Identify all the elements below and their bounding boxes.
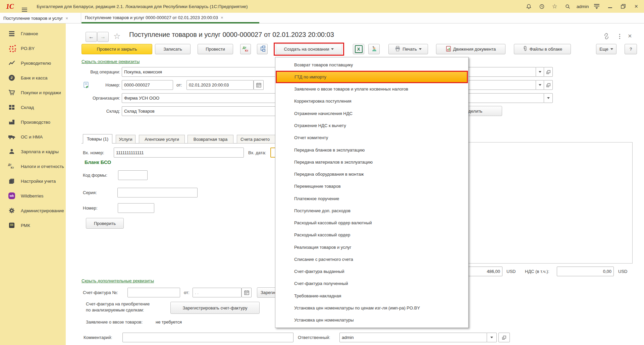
tab-close-icon[interactable]: × [65, 16, 68, 21]
tab-agency-services[interactable]: Агентские услуги [139, 135, 185, 143]
menu-item-payment-order[interactable]: Платежное поручение [275, 192, 468, 205]
menu-item-cash-order-currency[interactable]: Расходный кассовый ордер валютный [275, 217, 468, 229]
more-button[interactable]: Еще [596, 44, 616, 54]
hide-additional-requisites-link[interactable]: Скрыть дополнительные реквизиты [82, 278, 154, 283]
invoice-date-field[interactable]: . . [193, 288, 241, 297]
vat-amount-field[interactable]: 0,00 [557, 267, 614, 276]
sidebar-item-manager[interactable]: Руководителю [0, 56, 66, 70]
comment-field[interactable] [122, 333, 293, 342]
sidebar-item-production[interactable]: Производство [0, 115, 66, 129]
help-button[interactable]: ? [625, 44, 637, 54]
menu-item-materials-to-operation[interactable]: Передача материалов в эксплуатацию [275, 156, 468, 168]
menu-item-receipt-correction[interactable]: Корректировка поступления [275, 95, 468, 107]
tab-services[interactable]: Услуги [116, 135, 136, 143]
sidebar-item-rmk[interactable]: РМК [0, 218, 66, 233]
settlement-dropdown-button[interactable] [544, 93, 553, 103]
responsible-dropdown-button[interactable] [487, 333, 497, 342]
incoming-number-value: 1111111111111 [116, 150, 144, 155]
menu-item-forms-to-operation[interactable]: Передача бланков в эксплуатацию [275, 144, 468, 156]
menu-item-import-statement[interactable]: Заявление о ввозе товаров и уплате косве… [275, 83, 468, 95]
sidebar-item-main[interactable]: Главное [0, 26, 66, 41]
post-and-close-button[interactable]: Провести и закрыть [82, 44, 152, 54]
dt-kt-postings-button[interactable]: Дт Кт [240, 44, 251, 54]
doc-number-field[interactable]: 0000-000027 [122, 80, 173, 90]
nav-forward-button[interactable]: → [97, 32, 109, 42]
main-menu-icon[interactable] [22, 8, 27, 8]
menu-item-goods-transfer[interactable]: Перемещение товаров [275, 180, 468, 192]
user-name[interactable]: admin [577, 4, 589, 9]
notifications-bell-icon[interactable] [526, 4, 532, 9]
bso-form-code-field[interactable] [118, 170, 148, 180]
menu-item-invoice-issued[interactable]: Счет-фактура выданный [275, 266, 468, 278]
print-button[interactable]: Печать [388, 44, 428, 54]
sidebar-item-accounting-settings[interactable]: Настройки учета [0, 174, 66, 188]
menu-item-set-prices-poby[interactable]: Установка цен номенклатуры по ценам изг-… [275, 302, 468, 314]
window-tab-list[interactable]: Поступление товаров и услуг × [0, 13, 81, 23]
tab-close-icon[interactable]: × [221, 15, 223, 20]
sidebar-item-purchases-sales[interactable]: Покупки и продажи [0, 85, 66, 100]
tab-goods[interactable]: Товары (1) [83, 134, 112, 143]
invoice-number-field[interactable] [127, 288, 180, 297]
user-menu-icon[interactable] [594, 4, 599, 9]
sidebar-item-wildberries[interactable]: wb Wildberries [0, 188, 66, 203]
sidebar-item-bank-cash[interactable]: ₽ Банк и касса [0, 70, 66, 85]
menu-item-vat-deduction[interactable]: Отражение НДС к вычету [275, 119, 468, 131]
assistant-button[interactable]: ? [368, 44, 380, 54]
bso-series-field[interactable] [117, 188, 198, 197]
contract-open-button[interactable] [544, 80, 553, 90]
sidebar-item-fixed-assets[interactable]: ОС и НМА [0, 129, 66, 144]
bso-check-button[interactable]: Проверить [86, 218, 124, 229]
more-actions-icon[interactable] [619, 34, 620, 39]
get-link-icon[interactable] [603, 33, 610, 40]
invoice-date-calendar-button[interactable] [241, 288, 252, 297]
cloud-files-button[interactable]: Файлы в облаке [514, 44, 571, 54]
menu-item-additional-expenses[interactable]: Поступление доп. расходов [275, 205, 468, 217]
sidebar-item-administration[interactable]: Администрирование [0, 203, 66, 218]
hide-main-requisites-link[interactable]: Скрыть основные реквизиты [82, 59, 140, 64]
history-icon[interactable] [539, 4, 545, 9]
counterparty-open-button[interactable] [544, 67, 553, 77]
close-window-button[interactable]: × [634, 3, 638, 10]
sidebar-item-taxes-reports[interactable]: ДтКт Налоги и отчетность [0, 159, 66, 174]
register-invoice-button[interactable]: Зарегистрировать счет-фактуру [170, 302, 260, 314]
menu-item-demand-waybill[interactable]: Требование-накладная [275, 290, 468, 302]
menu-item-return-to-supplier[interactable]: Возврат товаров поставщику [275, 59, 468, 71]
menu-item-cash-order[interactable]: Расходный кассовый ордер [275, 229, 468, 241]
pallet-grid-icon [8, 104, 15, 111]
save-button[interactable]: Записать [155, 44, 191, 54]
favorites-star-icon[interactable]: ☆ [552, 3, 557, 10]
sidebar-item-warehouse[interactable]: Склад [0, 100, 66, 115]
menu-item-bank-writeoff[interactable]: Списание с расчетного счета [275, 253, 468, 265]
menu-item-invoice-received[interactable]: Счет-фактура полученный [275, 278, 468, 290]
search-icon[interactable] [565, 4, 571, 9]
menu-item-set-prices[interactable]: Установка цен номенклатуры [275, 314, 468, 326]
menu-item-sales-of-goods[interactable]: Реализация товаров и услуг [275, 241, 468, 253]
incoming-number-field[interactable]: 1111111111111 [114, 148, 244, 158]
gear-icon [8, 207, 15, 214]
post-button[interactable]: Провести [198, 44, 233, 54]
doc-date-calendar-button[interactable] [254, 80, 264, 90]
menu-item-equipment-to-installation[interactable]: Передача оборудования в монтаж [275, 168, 468, 180]
contract-dropdown-button[interactable] [536, 80, 544, 90]
menu-item-consignor-report[interactable]: Отчет комитенту [275, 132, 468, 144]
menu-item-gtd-import[interactable]: ГТД по импорту [276, 71, 468, 83]
document-structure-button[interactable] [257, 44, 268, 54]
nav-back-button[interactable]: ← [86, 32, 97, 42]
document-movements-button[interactable]: Движения документа [436, 44, 505, 54]
window-tab-document[interactable]: Поступление товаров и услуг 0000-000027 … [82, 13, 259, 23]
sidebar-item-poby[interactable]: PO.BY [0, 41, 66, 56]
tab-returnable-packaging[interactable]: Возвратная тара [187, 135, 233, 143]
menu-item-vat-accrual[interactable]: Отражение начисления НДС [275, 107, 468, 119]
counterparty-dropdown-button[interactable] [536, 67, 544, 77]
favorite-star-icon[interactable]: ☆ [113, 32, 121, 41]
minimize-button[interactable] [608, 5, 612, 8]
restore-button[interactable] [621, 4, 626, 9]
responsible-field[interactable]: admin [339, 333, 487, 342]
export-excel-button[interactable]: X [353, 44, 364, 54]
close-document-icon[interactable]: × [628, 32, 632, 40]
doc-date-field[interactable]: 02.01.2023 20:00:03 [186, 80, 254, 90]
bso-number-field[interactable] [118, 203, 154, 213]
sidebar-item-payroll-hr[interactable]: Зарплата и кадры [0, 144, 66, 159]
calendar-icon [244, 290, 249, 295]
responsible-open-button[interactable] [498, 333, 510, 342]
